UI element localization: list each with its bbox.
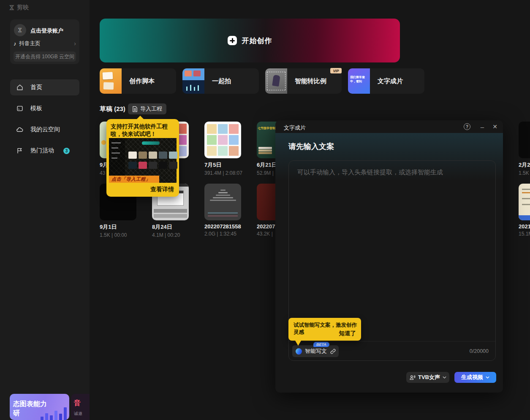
char-counter: 0/20000 (470, 348, 489, 354)
link-icon (330, 348, 336, 355)
login-title[interactable]: 点击登录账户 (30, 27, 63, 35)
books-decoration (258, 147, 272, 149)
sidebar-item-templates[interactable]: 模板 (10, 100, 79, 117)
promo-banner-music[interactable]: 音 诚邀 (71, 394, 90, 420)
import-project-button[interactable]: 导入工程 (128, 103, 166, 114)
shortcut-label: 创作脚本 (129, 68, 155, 94)
activities-count-badge: 3 (63, 148, 70, 154)
draft-date: 7月5日 (204, 161, 241, 169)
draft-meta: 1.5K | 00:00 (100, 232, 136, 238)
books-decoration (258, 149, 272, 152)
modal-heading: 请先输入文案 (288, 141, 334, 152)
draft-meta: 2.0G | 1:32:45 (204, 231, 241, 237)
flag-icon (16, 147, 24, 154)
minimize-icon[interactable]: – (479, 123, 486, 130)
cloud-icon (16, 126, 24, 133)
sidebar-item-activities[interactable]: 热门活动 3 (10, 143, 79, 159)
shortcut-shoot-together[interactable]: 一起拍 (182, 68, 259, 94)
draft-date: 202207281558 (204, 223, 241, 230)
app-logo: ⋈ 剪映 (8, 4, 29, 11)
start-create-label: 开始创作 (242, 36, 272, 46)
shortcut-label: 智能转比例 (295, 68, 326, 94)
douyin-home-label: 抖音主页 (19, 40, 41, 47)
banner-text: 音 (74, 399, 81, 408)
draft-card[interactable]: 202207281558 2.0G | 1:32:45 (204, 184, 241, 237)
banner-text: 诚邀 (74, 411, 82, 417)
draft-thumbnail (519, 184, 530, 220)
help-icon[interactable]: ? (464, 123, 470, 130)
voice-select-label: TVB女声 (418, 374, 440, 381)
generate-video-label: 生成视频 (461, 374, 483, 381)
draft-date: 8月24日 (152, 223, 189, 231)
modal-title: 文字成片 (284, 124, 306, 132)
import-link-button[interactable] (327, 345, 339, 357)
draft-meta: 4.1M | 00:20 (152, 232, 189, 238)
shortcut-thumbnail (100, 68, 122, 94)
shortcut-label: 文字成片 (378, 68, 403, 94)
tooltip-ok-button[interactable]: 知道了 (339, 330, 356, 337)
vip-membership-button[interactable]: 开通会员得 100GB 云空间 (14, 51, 76, 62)
sidebar: ⋈ 剪映 ⋈ 点击登录账户 ♪ 抖音主页 › 开通会员得 100GB 云空间 首… (0, 0, 90, 420)
draft-thumbnail (204, 184, 241, 220)
text-to-video-modal: 文字成片 ? – ✕ 请先输入文案 BETA 智能写文案 0/20000 (275, 120, 503, 393)
ai-writer-tooltip: 试试智能写文案，激发创作灵感 知道了 (288, 318, 361, 341)
avatar[interactable]: ⋈ (14, 24, 26, 36)
home-icon (16, 84, 24, 91)
tooltip-screenshot: 点击「导入工程」 (109, 138, 177, 183)
app-logo-icon: ⋈ (8, 5, 16, 11)
thumbnail-mosaic (207, 124, 239, 156)
books-decoration (258, 152, 272, 154)
draft-date: 9月1日 (100, 223, 136, 231)
draft-meta: 15.1M (519, 231, 530, 237)
start-create-button[interactable]: 开始创作 (100, 19, 400, 62)
tooltip-text: 支持打开其他软件工程啦，快来试试吧！ (111, 123, 175, 138)
beta-badge: BETA (313, 342, 329, 347)
plus-icon (228, 36, 237, 45)
shortcut-thumbnail (265, 68, 287, 94)
import-project-label: 导入工程 (140, 105, 162, 113)
chevron-down-icon (486, 376, 489, 379)
banner-text: 研 (13, 409, 20, 418)
chevron-right-icon: › (74, 40, 76, 47)
input-toolbar: BETA 智能写文案 0/20000 (289, 341, 495, 360)
sidebar-item-label: 我的云空间 (30, 126, 60, 133)
drafts-section-title: 草稿 (23) (100, 105, 125, 113)
tooltip-details-link[interactable]: 查看详情 (150, 186, 174, 193)
sidebar-item-label: 首页 (30, 84, 42, 91)
draft-meta: 391.4M | 2:08:07 (204, 170, 241, 176)
draft-meta: 1.5K (519, 170, 530, 176)
draft-date: 2021 (519, 223, 530, 230)
draft-card[interactable]: 2月28 1.5K (519, 122, 530, 176)
thumbnail-caption: 我们乘车途中，看到 (350, 75, 369, 84)
shortcut-label: 一起拍 (212, 68, 231, 94)
music-note-icon: ♪ (14, 41, 16, 47)
draft-thumbnail (519, 122, 530, 158)
shortcut-thumbnail (182, 68, 204, 94)
voice-select[interactable]: TVB女声 (406, 372, 449, 383)
import-project-tooltip: 支持打开其他软件工程啦，快来试试吧！ 点击「导入工程」 查看详情 (106, 119, 179, 197)
bar-chart-decoration (41, 407, 67, 420)
draft-date: 2月28 (519, 161, 530, 169)
login-card: ⋈ 点击登录账户 ♪ 抖音主页 › 开通会员得 100GB 云空间 (10, 19, 79, 64)
chevron-down-icon (443, 376, 446, 379)
script-input[interactable] (289, 161, 495, 340)
sidebar-item-cloud[interactable]: 我的云空间 (10, 122, 79, 138)
draft-thumbnail (204, 122, 241, 158)
shortcut-thumbnail: 我们乘车途中，看到 (348, 68, 370, 94)
document-icon (132, 106, 138, 112)
app-logo-text: 剪映 (17, 4, 29, 11)
sidebar-item-home[interactable]: 首页 (10, 79, 79, 95)
template-icon (16, 105, 24, 112)
douyin-home-link[interactable]: ♪ 抖音主页 › (14, 40, 76, 47)
promo-banner-charts[interactable]: 态图表能力 研 (10, 394, 69, 420)
draft-card[interactable]: 7月5日 391.4M | 2:08:07 (204, 122, 241, 176)
close-icon[interactable]: ✕ (492, 123, 498, 130)
sidebar-item-label: 模板 (30, 105, 42, 112)
sidebar-item-label: 热门活动 (30, 147, 54, 154)
generate-video-button[interactable]: 生成视频 (454, 372, 496, 383)
shortcut-script[interactable]: 创作脚本 (100, 68, 176, 94)
shortcut-text-to-video[interactable]: 我们乘车途中，看到 文字成片 (348, 68, 424, 94)
voice-icon (409, 374, 416, 381)
draft-card[interactable]: 2021 15.1M (519, 184, 530, 237)
app-window: ⋈ 剪映 ⋈ 点击登录账户 ♪ 抖音主页 › 开通会员得 100GB 云空间 首… (0, 0, 530, 420)
